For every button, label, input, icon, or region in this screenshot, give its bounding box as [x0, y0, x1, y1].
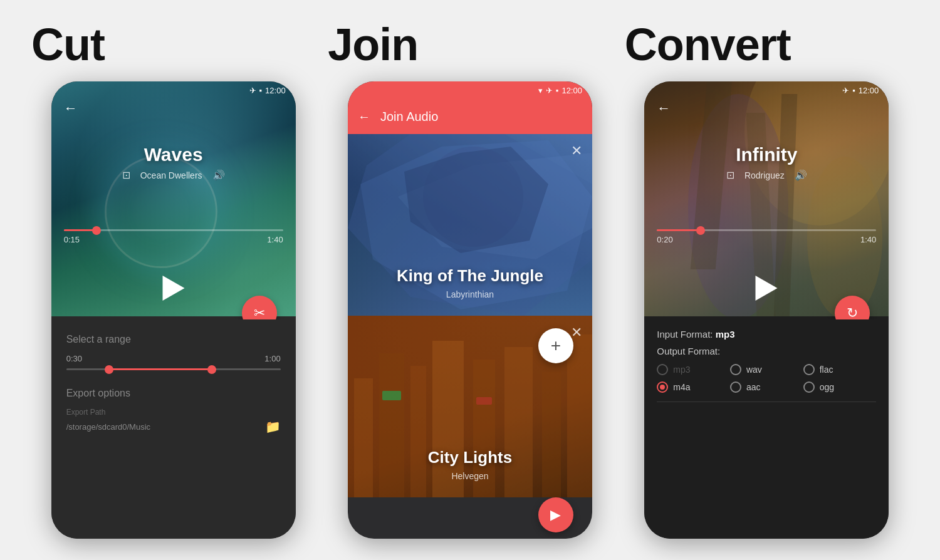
join-back-arrow-icon[interactable]: ← — [358, 110, 370, 124]
song-meta: ⊡ Ocean Dwellers 🔊 — [51, 169, 296, 181]
join-app-bar: ← Join Audio — [348, 99, 592, 134]
join-status-bar: ▾ ✈ ▪ 12:00 — [348, 81, 592, 99]
current-time: 0:15 — [64, 235, 80, 244]
convert-time-display: 12:00 — [859, 86, 879, 95]
convert-player-bg: ← Infinity ⊡ Rodriguez 🔊 0:20 1:40 — [644, 81, 889, 319]
export-path-row: /storage/sdcard0/Music 📁 — [66, 419, 281, 434]
radio-dot-m4a — [660, 385, 665, 390]
convert-section: Convert ✈ ▪ 12:00 ← Infinity — [619, 19, 915, 539]
join-track-list: ✕ King of The Jungle Labyrinthian — [348, 134, 592, 539]
export-section: Export options Export Path /storage/sdca… — [66, 388, 281, 434]
add-icon: + — [551, 336, 561, 356]
radio-circle-ogg — [803, 381, 815, 393]
range-end: 1:00 — [264, 354, 280, 363]
range-thumb-right[interactable] — [207, 365, 216, 374]
volume-icon: 🔊 — [212, 169, 225, 181]
input-format-value: mp3 — [716, 329, 735, 340]
convert-phone: ✈ ▪ 12:00 ← Infinity ⊡ Rodriguez — [644, 81, 889, 539]
track-name-1: King of The Jungle — [348, 266, 592, 286]
wifi-icon: ▾ — [538, 86, 543, 95]
format-option-ogg[interactable]: ogg — [803, 381, 877, 393]
radio-circle-flac — [803, 364, 815, 375]
song-title: Waves — [51, 144, 296, 165]
range-times: 0:30 1:00 — [66, 354, 281, 363]
divider — [657, 402, 876, 402]
cut-section: Cut ✈ ▪ 12:00 ← Waves ⊡ Ocean Dwellers 🔊 — [25, 19, 321, 539]
export-title: Export options — [66, 388, 281, 399]
format-label-aac: aac — [746, 382, 761, 392]
track-artist-1: Labyrinthian — [348, 289, 592, 299]
play-icon: ▶ — [550, 507, 561, 523]
track-artist-2: Helvegen — [348, 471, 592, 481]
join-section: Join ▾ ✈ ▪ 12:00 ← Join Audio — [321, 19, 618, 539]
range-track[interactable] — [66, 368, 281, 370]
convert-status-icons: ✈ ▪ 12:00 — [842, 86, 879, 95]
status-icons: ✈ ▪ 12:00 — [249, 86, 286, 95]
input-format-row: Input Format: mp3 — [657, 329, 876, 340]
folder-icon[interactable]: 📁 — [265, 419, 281, 434]
battery-icon: ▪ — [852, 86, 855, 95]
album-icon: ⊡ — [122, 169, 130, 181]
radio-circle-wav — [730, 364, 741, 375]
convert-player-progress[interactable]: 0:20 1:40 — [657, 229, 876, 244]
airplane-icon: ✈ — [249, 86, 256, 95]
refresh-icon: ↻ — [847, 305, 858, 319]
convert-status-bar: ✈ ▪ 12:00 — [644, 81, 889, 99]
convert-play-button[interactable] — [756, 276, 778, 301]
range-start: 0:30 — [66, 354, 82, 363]
radio-circle-aac — [730, 381, 741, 393]
play-button[interactable] — [162, 276, 184, 301]
convert-progress-thumb — [696, 226, 705, 235]
back-arrow-icon[interactable]: ← — [64, 100, 78, 117]
join-phone: ▾ ✈ ▪ 12:00 ← Join Audio — [348, 81, 592, 539]
song-artist: Ocean Dwellers — [140, 170, 202, 180]
convert-total-time: 1:40 — [860, 235, 876, 244]
format-option-aac[interactable]: aac — [730, 381, 803, 393]
range-fill — [109, 368, 216, 370]
convert-current-time: 0:20 — [657, 235, 672, 244]
join-time-display: 12:00 — [561, 86, 582, 95]
range-thumb-left[interactable] — [105, 365, 113, 374]
convert-back-arrow-icon[interactable]: ← — [657, 100, 671, 117]
convert-title: Convert — [619, 19, 791, 70]
scissors-icon: ✂ — [254, 305, 265, 319]
cut-phone: ✈ ▪ 12:00 ← Waves ⊡ Ocean Dwellers 🔊 — [51, 81, 296, 539]
format-label-mp3: mp3 — [673, 365, 690, 375]
track-name-2: City Lights — [348, 448, 592, 467]
format-label-flac: flac — [820, 365, 833, 375]
input-format-label: Input Format: — [657, 329, 713, 340]
format-option-flac[interactable]: flac — [803, 364, 877, 375]
format-option-mp3[interactable]: mp3 — [657, 364, 730, 375]
format-option-wav[interactable]: wav — [730, 364, 803, 375]
status-bar: ✈ ▪ 12:00 — [51, 81, 296, 99]
battery-icon: ▪ — [259, 86, 263, 95]
track-close-1[interactable]: ✕ — [571, 143, 582, 159]
format-option-m4a[interactable]: m4a — [657, 381, 730, 393]
svg-rect-15 — [476, 397, 492, 405]
convert-song-title: Infinity — [644, 144, 889, 165]
export-path-text: /storage/sdcard0/Music — [66, 422, 150, 432]
track-close-2[interactable]: ✕ — [571, 324, 582, 341]
progress-track — [64, 229, 283, 231]
convert-song-meta: ⊡ Rodriguez 🔊 — [644, 169, 889, 181]
time-display: 12:00 — [265, 86, 286, 95]
poly-art-1 — [348, 134, 592, 316]
export-path-label: Export Path — [66, 408, 281, 417]
join-app-bar-title: Join Audio — [380, 110, 438, 124]
join-status-icons: ▾ ✈ ▪ 12:00 — [538, 86, 582, 95]
convert-progress-track — [657, 229, 876, 231]
radio-circle-m4a — [657, 381, 668, 393]
player-background: ← Waves ⊡ Ocean Dwellers 🔊 0:15 1:40 — [51, 81, 296, 319]
join-convert-fab[interactable]: ▶ — [538, 497, 573, 532]
join-title: Join — [321, 19, 418, 70]
track-card-1[interactable]: ✕ King of The Jungle Labyrinthian — [348, 134, 592, 316]
cut-title: Cut — [25, 19, 105, 70]
player-progress[interactable]: 0:15 1:40 — [64, 229, 283, 244]
airplane-icon: ✈ — [546, 86, 553, 95]
airplane-icon: ✈ — [842, 86, 849, 95]
add-track-button[interactable]: + — [538, 328, 573, 363]
convert-album-icon: ⊡ — [726, 169, 734, 181]
cut-bottom-panel: Select a range 0:30 1:00 Export options … — [51, 316, 296, 539]
convert-song-artist: Rodriguez — [744, 170, 785, 180]
convert-progress-fill — [657, 229, 701, 231]
